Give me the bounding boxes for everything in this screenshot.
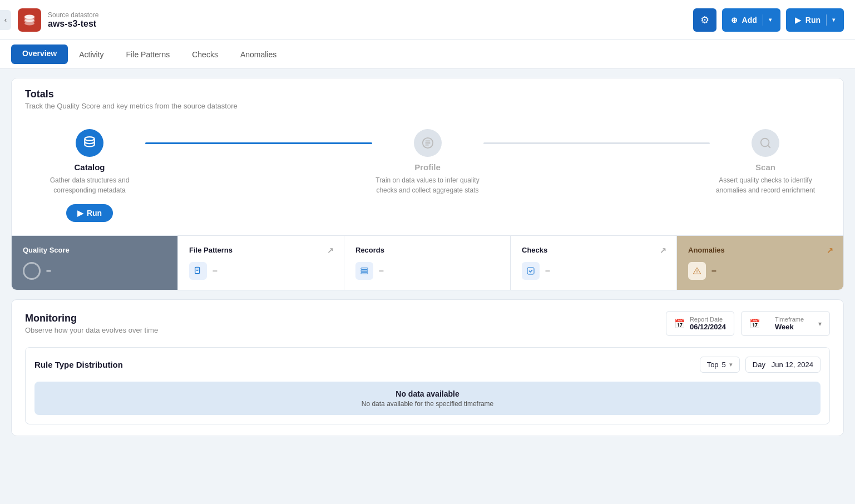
metrics-row: Quality Score – File Patterns ↗ — [12, 235, 843, 290]
report-date-calendar-icon: 📅 — [674, 318, 685, 329]
tab-checks[interactable]: Checks — [181, 40, 229, 68]
no-data-area: No data available No data available for … — [34, 382, 821, 415]
anomalies-value: – — [711, 266, 716, 276]
metric-checks: Checks ↗ – — [511, 236, 677, 290]
distribution-controls: Top 5 ▾ Day Jun 12, 2024 — [700, 357, 821, 373]
profile-label: Profile — [414, 162, 441, 172]
file-patterns-link-icon[interactable]: ↗ — [327, 246, 334, 255]
catalog-step-icon — [76, 129, 103, 157]
records-title: Records — [355, 246, 499, 254]
quality-score-value: – — [46, 266, 51, 276]
profile-step-icon — [414, 129, 442, 157]
run-label: Run — [805, 16, 821, 24]
svg-rect-9 — [361, 268, 368, 270]
scan-step-icon — [752, 129, 779, 157]
back-button[interactable]: ‹ — [0, 10, 11, 30]
day-control[interactable]: Day Jun 12, 2024 — [745, 357, 821, 373]
timeframe-info: Timeframe Week — [775, 316, 804, 331]
monitoring-info: Monitoring Observe how your data evolves… — [25, 313, 158, 334]
pipeline-step-catalog: Catalog Gather data structures and corre… — [34, 129, 145, 222]
file-patterns-value: – — [212, 266, 218, 276]
top-bar-actions: ⚙ ⊕ Add ▾ ▶ Run ▾ — [693, 8, 844, 32]
report-date-label: Report Date — [690, 316, 726, 323]
timeframe-value: Week — [775, 323, 804, 331]
catalog-run-button[interactable]: ▶ Run — [66, 204, 113, 222]
tab-file-patterns[interactable]: File Patterns — [115, 40, 181, 68]
divider — [763, 14, 763, 26]
totals-header: Totals Track the Quality Score and key m… — [12, 78, 843, 116]
timeframe-chevron-icon: ▾ — [818, 320, 822, 328]
checks-value: – — [545, 266, 550, 276]
tab-activity[interactable]: Activity — [68, 40, 115, 68]
quality-score-title: Quality Score — [23, 246, 166, 254]
metric-anomalies: Anomalies ↗ – — [677, 236, 843, 290]
datastore-info: Source datastore aws-s3-test — [18, 8, 98, 32]
report-date-info: Report Date 06/12/2024 — [690, 316, 726, 331]
anomalies-icon — [688, 262, 706, 280]
connector-2 — [483, 142, 710, 144]
metric-file-patterns: File Patterns ↗ – — [178, 236, 344, 290]
svg-point-13 — [696, 273, 697, 273]
report-date-filter[interactable]: 📅 Report Date 06/12/2024 — [666, 311, 734, 336]
divider2 — [826, 14, 827, 26]
svg-point-5 — [85, 137, 94, 141]
catalog-desc: Gather data structures and corresponding… — [34, 175, 145, 195]
no-data-subtitle: No data available for the specified time… — [362, 400, 493, 408]
distribution-title: Rule Type Distribution — [34, 360, 123, 369]
totals-card: Totals Track the Quality Score and key m… — [11, 78, 844, 290]
profile-desc: Train on data values to infer quality ch… — [372, 175, 483, 195]
anomalies-link-icon[interactable]: ↗ — [827, 246, 833, 255]
nav-tabs: Overview Activity File Patterns Checks A… — [0, 40, 855, 69]
run-button[interactable]: ▶ Run ▾ — [786, 8, 844, 32]
gear-icon: ⚙ — [700, 14, 709, 26]
add-button[interactable]: ⊕ Add ▾ — [722, 8, 780, 32]
plus-circle-icon: ⊕ — [731, 16, 738, 24]
catalog-play-icon: ▶ — [77, 209, 83, 218]
records-value: – — [379, 266, 384, 276]
checks-link-icon[interactable]: ↗ — [660, 246, 666, 255]
metric-records: Records – — [344, 236, 511, 290]
settings-button[interactable]: ⚙ — [693, 8, 716, 32]
top-control[interactable]: Top 5 ▾ — [700, 357, 740, 373]
metric-quality-score: Quality Score – — [12, 236, 178, 290]
add-label: Add — [742, 16, 757, 24]
quality-score-circle — [23, 262, 41, 280]
checks-title: Checks ↗ — [522, 246, 665, 254]
monitoring-title: Monitoring — [25, 313, 158, 324]
day-label: Day — [753, 360, 765, 369]
no-data-title: No data available — [396, 389, 459, 398]
top-label: Top — [707, 360, 719, 369]
top-chevron-icon: ▾ — [729, 361, 733, 368]
anomalies-title: Anomalies ↗ — [688, 246, 832, 254]
timeframe-filter[interactable]: 📅 Timeframe Week ▾ — [741, 311, 830, 336]
timeframe-calendar-icon: 📅 — [749, 318, 760, 329]
svg-rect-12 — [527, 268, 534, 274]
datastore-label: Source datastore — [48, 11, 98, 19]
timeframe-label: Timeframe — [775, 316, 804, 323]
totals-subtitle: Track the Quality Score and key metrics … — [25, 102, 830, 110]
chevron-left-icon: ‹ — [4, 16, 7, 24]
tab-overview[interactable]: Overview — [11, 45, 68, 64]
top-value: 5 — [722, 360, 726, 369]
pipeline-step-profile: Profile Train on data values to infer qu… — [372, 129, 483, 195]
anomalies-value-row: – — [688, 262, 832, 280]
monitoring-subtitle: Observe how your data evolves over time — [25, 326, 158, 334]
monitoring-card: Monitoring Observe how your data evolves… — [11, 299, 844, 436]
catalog-run-label: Run — [87, 209, 102, 218]
records-value-row: – — [355, 262, 499, 280]
tab-anomalies[interactable]: Anomalies — [229, 40, 288, 68]
datastore-name: aws-s3-test — [48, 19, 98, 29]
pipeline-step-scan: Scan Assert quality checks to identify a… — [710, 129, 821, 195]
monitoring-header: Monitoring Observe how your data evolves… — [25, 311, 830, 336]
svg-point-4 — [24, 21, 34, 25]
run-chevron-icon: ▾ — [832, 17, 835, 23]
quality-score-value-row: – — [23, 262, 166, 280]
rule-distribution-card: Rule Type Distribution Top 5 ▾ Day Jun 1… — [25, 347, 830, 424]
catalog-label: Catalog — [74, 162, 105, 172]
distribution-header: Rule Type Distribution Top 5 ▾ Day Jun 1… — [34, 357, 821, 373]
checks-value-row: – — [522, 262, 665, 280]
records-icon — [355, 262, 373, 280]
add-chevron-icon: ▾ — [769, 17, 772, 23]
totals-title: Totals — [25, 88, 830, 100]
scan-desc: Assert quality checks to identify anomal… — [710, 175, 821, 195]
